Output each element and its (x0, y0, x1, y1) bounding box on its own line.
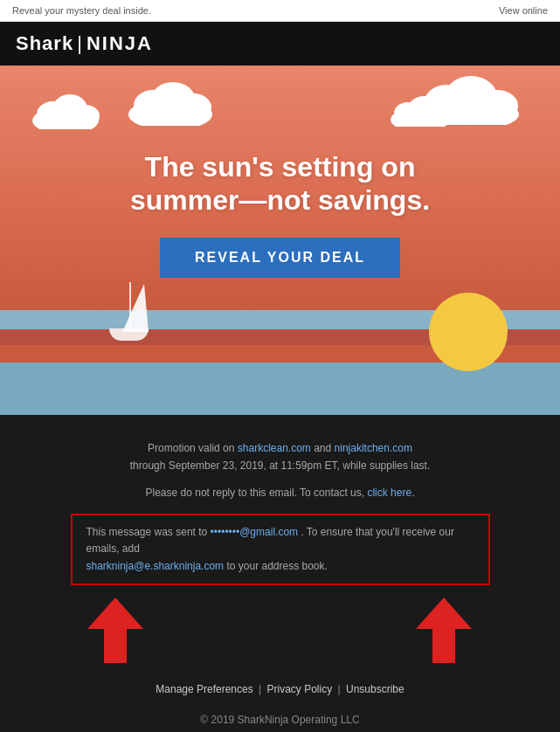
promo-dates: through September 23, 2019, at 11:59pm E… (35, 457, 525, 474)
svg-point-11 (476, 90, 518, 121)
hero-headline: The sun's setting on summer—not savings. (114, 150, 446, 218)
svg-point-3 (72, 105, 100, 128)
svg-point-15 (425, 106, 450, 125)
redacted-email-link[interactable]: ••••••••@gmail.com (211, 526, 298, 538)
boat-hull (109, 328, 149, 341)
right-arrow-icon (416, 597, 473, 668)
email-box: This message was sent to ••••••••@gmail.… (71, 514, 490, 585)
svg-marker-16 (87, 597, 143, 663)
sailboat-graphic (105, 280, 166, 349)
no-reply-text: Please do not reply to this email. To co… (35, 484, 525, 501)
logo-bar: Shark|NINJA (0, 22, 560, 66)
cloud-1 (26, 90, 105, 129)
sender-email-link[interactable]: sharkninja@e.sharkninja.com (86, 560, 225, 572)
sharkclean-link[interactable]: sharkclean.com (238, 442, 311, 454)
ninjakitchen-link[interactable]: ninjakitchen.com (335, 442, 412, 454)
cloud-2 (122, 78, 218, 126)
privacy-policy-link[interactable]: Privacy Policy (267, 683, 333, 695)
left-arrow-icon (87, 597, 144, 668)
svg-marker-17 (416, 597, 472, 663)
promo-line-1: Promotion valid on sharkclean.com and ni… (35, 439, 525, 457)
arrows-row (35, 597, 525, 668)
company-name: © 2019 SharkNinja Operating LLC (35, 711, 525, 730)
hero-section: The sun's setting on summer—not savings.… (0, 66, 560, 415)
svg-point-7 (176, 93, 211, 121)
click-here-link[interactable]: click here (367, 487, 411, 499)
preheader-text: Reveal your mystery deal inside. (12, 5, 151, 16)
unsubscribe-link[interactable]: Unsubscribe (346, 683, 404, 695)
boat-sail (122, 284, 149, 332)
footer-company: © 2019 SharkNinja Operating LLC 89 A Str… (35, 711, 525, 732)
sun-graphic (429, 293, 508, 371)
manage-preferences-link[interactable]: Manage Preferences (156, 683, 252, 695)
shark-logo: Shark|NINJA (16, 32, 153, 55)
preheader-bar: Reveal your mystery deal inside. View on… (0, 0, 560, 22)
view-online-link[interactable]: View online (499, 5, 548, 16)
cloud-4 (385, 92, 455, 127)
hero-content: The sun's setting on summer—not savings.… (114, 150, 446, 279)
footer-links: Manage Preferences | Privacy Policy | Un… (35, 680, 525, 698)
footer-section: Promotion valid on sharkclean.com and ni… (0, 415, 560, 732)
reveal-deal-button[interactable]: REVEAL YOUR DEAL (160, 238, 400, 278)
